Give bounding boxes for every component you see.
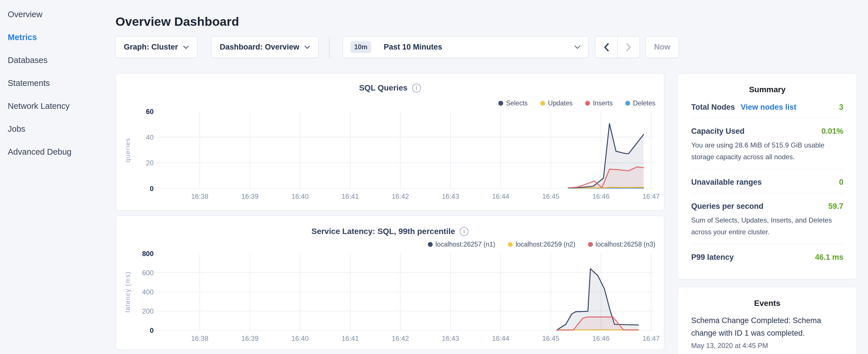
summary-row-value: 0	[839, 178, 843, 187]
sidebar-item-label: Jobs	[8, 124, 25, 134]
svg-text:16:47: 16:47	[643, 192, 660, 200]
summary-row: Queries per second59.7Sum of Selects, Up…	[691, 193, 843, 244]
summary-row-label: Capacity Used	[691, 127, 744, 136]
time-range-badge: 10m	[350, 41, 371, 53]
sql-queries-chart[interactable]: 16:3816:3916:4016:4116:4216:4316:4416:45…	[116, 74, 664, 211]
svg-text:16:39: 16:39	[241, 334, 258, 342]
chevron-down-icon	[183, 45, 189, 49]
page-title: Overview Dashboard	[116, 14, 239, 29]
previous-timespan-button[interactable]	[595, 37, 618, 58]
svg-text:0: 0	[150, 326, 154, 334]
sidebar-item-label: Statements	[8, 78, 50, 88]
svg-text:16:41: 16:41	[342, 192, 359, 200]
summary-row: Capacity Used0.01%You are using 28.6 MiB…	[691, 118, 843, 169]
summary-row-label: Unavailable ranges	[691, 178, 762, 187]
sidebar-item-label: Overview	[8, 10, 42, 19]
toolbar-divider	[329, 37, 330, 57]
next-timespan-button[interactable]	[618, 37, 640, 58]
now-button-label: Now	[654, 43, 671, 52]
dashboard-dropdown[interactable]: Dashboard: Overview	[211, 36, 319, 58]
summary-row-label: P99 latency	[691, 253, 734, 262]
graph-dropdown[interactable]: Graph: Cluster	[115, 36, 197, 58]
svg-text:16:46: 16:46	[592, 334, 610, 342]
svg-text:16:46: 16:46	[592, 192, 610, 200]
summary-panel: Summary Total NodesView nodes list3Capac…	[678, 73, 857, 279]
svg-text:0: 0	[150, 185, 154, 192]
time-range-label: Past 10 Minutes	[384, 43, 442, 52]
svg-text:16:44: 16:44	[492, 334, 509, 342]
graph-dropdown-label: Graph: Cluster	[124, 43, 178, 52]
svg-text:16:39: 16:39	[241, 192, 258, 200]
svg-text:16:45: 16:45	[542, 192, 559, 200]
svg-text:16:45: 16:45	[542, 334, 559, 342]
sidebar-item-statements[interactable]: Statements	[0, 72, 115, 95]
svg-text:60: 60	[146, 108, 154, 116]
sidebar-item-jobs[interactable]: Jobs	[0, 118, 115, 140]
svg-text:16:44: 16:44	[492, 192, 509, 200]
dashboard-dropdown-label: Dashboard: Overview	[220, 43, 300, 52]
svg-text:800: 800	[142, 250, 154, 257]
sidebar-item-databases[interactable]: Databases	[0, 49, 115, 72]
chevron-left-icon	[604, 43, 609, 52]
svg-text:16:38: 16:38	[191, 334, 208, 342]
summary-row-value: 46.1 ms	[815, 253, 843, 262]
svg-text:200: 200	[142, 307, 154, 315]
svg-text:16:38: 16:38	[191, 192, 208, 200]
svg-text:20: 20	[146, 159, 154, 167]
svg-text:latency (ms): latency (ms)	[124, 271, 131, 313]
sidebar-item-metrics[interactable]: Metrics	[0, 26, 115, 49]
summary-title: Summary	[678, 85, 857, 94]
sidebar-item-label: Advanced Debug	[8, 147, 72, 157]
summary-row-label: Total Nodes	[691, 103, 735, 112]
sql-queries-chart-card: SQL Queries SelectsUpdatesInsertsDeletes…	[116, 73, 664, 211]
chevron-down-icon	[304, 45, 310, 49]
svg-text:16:42: 16:42	[392, 334, 409, 342]
summary-row-value: 59.7	[828, 202, 843, 211]
svg-text:40: 40	[146, 133, 154, 141]
event-timestamp: May 13, 2020 at 4:45 PM	[691, 342, 843, 350]
summary-row-label: Queries per second	[691, 202, 764, 211]
sidebar-item-label: Metrics	[8, 33, 37, 42]
sidebar-item-network-latency[interactable]: Network Latency	[0, 95, 115, 118]
chevron-right-icon	[626, 43, 631, 52]
summary-row-value: 3	[839, 103, 843, 112]
service-latency-chart-card: Service Latency: SQL, 99th percentile lo…	[116, 216, 664, 350]
summary-row-description: Sum of Selects, Updates, Inserts, and De…	[691, 214, 843, 238]
summary-row-value: 0.01%	[821, 127, 843, 136]
summary-row: Unavailable ranges0	[691, 169, 843, 193]
svg-text:16:43: 16:43	[442, 334, 459, 342]
sidebar-item-overview[interactable]: Overview	[0, 3, 115, 26]
svg-text:16:42: 16:42	[392, 192, 409, 200]
sidebar-item-advanced-debug[interactable]: Advanced Debug	[0, 140, 115, 163]
chevron-down-icon	[574, 45, 581, 49]
svg-text:600: 600	[142, 269, 154, 277]
summary-row: Total NodesView nodes list3	[691, 94, 843, 118]
svg-text:16:41: 16:41	[342, 334, 359, 342]
sidebar-item-label: Databases	[8, 56, 48, 65]
time-step-buttons	[595, 36, 640, 58]
svg-text:16:47: 16:47	[643, 334, 660, 342]
sidebar-item-label: Network Latency	[8, 101, 70, 111]
event-text: Schema Change Completed: Schema change w…	[691, 314, 843, 340]
time-range-dropdown[interactable]: 10m Past 10 Minutes	[343, 36, 588, 58]
svg-text:16:43: 16:43	[442, 192, 459, 200]
summary-row-description: You are using 28.6 MiB of 515.9 GiB usab…	[691, 139, 843, 163]
svg-text:400: 400	[142, 288, 154, 296]
event-item[interactable]: Schema Change Completed: Schema change w…	[678, 308, 857, 350]
now-button[interactable]: Now	[646, 36, 679, 58]
svg-text:queries: queries	[124, 138, 131, 162]
svg-text:16:40: 16:40	[291, 192, 309, 200]
events-title: Events	[678, 299, 857, 308]
service-latency-chart[interactable]: 16:3816:3916:4016:4116:4216:4316:4416:45…	[116, 216, 664, 350]
svg-text:16:40: 16:40	[291, 334, 309, 342]
events-panel: Events Schema Change Completed: Schema c…	[678, 287, 857, 354]
view-nodes-list-link[interactable]: View nodes list	[741, 103, 797, 112]
sidebar: OverviewMetricsDatabasesStatementsNetwor…	[0, 0, 115, 354]
summary-row: P99 latency46.1 ms	[691, 244, 843, 268]
